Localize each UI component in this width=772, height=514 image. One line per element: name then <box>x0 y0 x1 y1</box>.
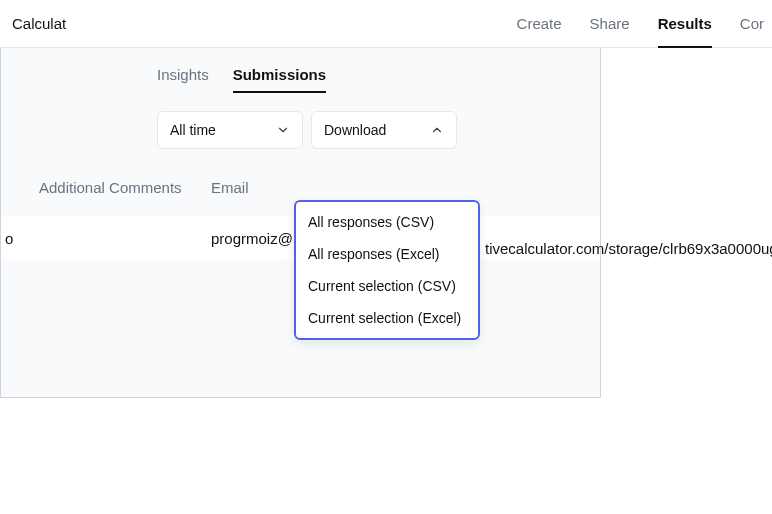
tab-insights[interactable]: Insights <box>157 66 209 93</box>
tab-submissions[interactable]: Submissions <box>233 66 326 93</box>
nav-cor[interactable]: Cor <box>726 0 764 48</box>
chevron-up-icon <box>430 123 444 137</box>
nav-results[interactable]: Results <box>644 0 726 48</box>
download-label: Download <box>324 122 386 138</box>
download-menu: All responses (CSV) All responses (Excel… <box>294 200 480 340</box>
download-dropdown[interactable]: Download <box>311 111 457 149</box>
app-header: Calculat Create Share Results Cor <box>0 0 772 48</box>
content-panel: Insights Submissions All time Download A… <box>0 48 601 398</box>
overflow-text: tivecalculator.com/storage/clrb69x3a0000… <box>485 240 772 257</box>
download-option-csv-all[interactable]: All responses (CSV) <box>296 206 478 238</box>
time-filter-dropdown[interactable]: All time <box>157 111 303 149</box>
download-option-csv-sel[interactable]: Current selection (CSV) <box>296 270 478 302</box>
column-header-email: Email <box>211 179 600 196</box>
download-option-excel-sel[interactable]: Current selection (Excel) <box>296 302 478 334</box>
time-filter-label: All time <box>170 122 216 138</box>
cell-trunc: o <box>1 230 19 247</box>
controls-row: All time Download <box>1 93 600 149</box>
sub-tabs: Insights Submissions <box>1 48 600 93</box>
nav-share[interactable]: Share <box>576 0 644 48</box>
chevron-down-icon <box>276 123 290 137</box>
page-title: Calculat <box>8 15 66 32</box>
cell-email: progrmoiz@ <box>19 230 293 247</box>
table-header: Additional Comments Email <box>1 149 600 196</box>
nav-create[interactable]: Create <box>503 0 576 48</box>
download-option-excel-all[interactable]: All responses (Excel) <box>296 238 478 270</box>
column-header-comments: Additional Comments <box>39 179 211 196</box>
